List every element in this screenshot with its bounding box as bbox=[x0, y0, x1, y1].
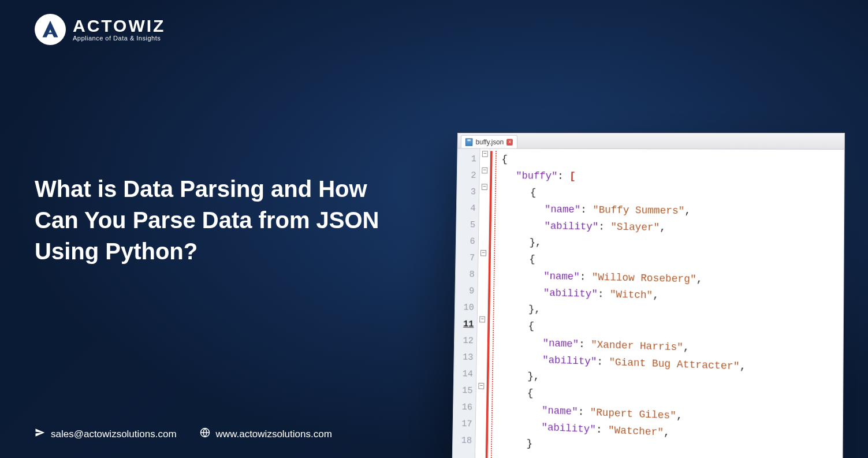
send-icon bbox=[35, 427, 45, 441]
page-title: What is Data Parsing and How Can You Par… bbox=[35, 173, 404, 267]
editor-body: 123456789101112131415161718 −−−−−− {"buf… bbox=[452, 148, 844, 458]
line-number: 8 bbox=[456, 266, 475, 283]
line-number: 1 bbox=[457, 151, 476, 167]
code-line: "buffy": [ bbox=[501, 167, 844, 187]
code-editor: buffy.json × 123456789101112131415161718… bbox=[452, 133, 845, 458]
tab-filename: buffy.json bbox=[476, 138, 504, 146]
fold-toggle-icon[interactable]: − bbox=[482, 151, 488, 157]
line-number: 17 bbox=[453, 415, 472, 433]
code-area: {"buffy": [{"name": "Buffy Summers","abi… bbox=[491, 149, 844, 458]
line-number: 10 bbox=[455, 299, 474, 316]
editor-tabbar: buffy.json × bbox=[457, 133, 844, 150]
close-icon[interactable]: × bbox=[506, 139, 513, 145]
line-number: 4 bbox=[457, 200, 476, 217]
line-number: 5 bbox=[456, 217, 475, 233]
line-number: 9 bbox=[455, 282, 474, 299]
disk-icon bbox=[465, 138, 473, 146]
footer-email-text: sales@actowizsolutions.com bbox=[51, 429, 177, 440]
fold-toggle-icon[interactable]: − bbox=[479, 316, 485, 323]
code-line: { bbox=[501, 151, 844, 169]
logo: ACTOWIZ Appliance of Data & Insights bbox=[35, 14, 165, 45]
footer-email: sales@actowizsolutions.com bbox=[35, 427, 177, 441]
logo-brand: ACTOWIZ bbox=[73, 17, 165, 35]
fold-toggle-icon[interactable]: − bbox=[482, 167, 487, 174]
footer-website: www.actowizsolutions.com bbox=[200, 427, 332, 441]
line-number: 6 bbox=[456, 233, 475, 250]
line-number: 16 bbox=[453, 399, 472, 416]
footer-links: sales@actowizsolutions.com www.actowizso… bbox=[35, 427, 332, 441]
line-number: 15 bbox=[453, 382, 472, 399]
line-number: 13 bbox=[454, 349, 473, 366]
globe-icon bbox=[200, 427, 210, 441]
logo-icon bbox=[35, 14, 66, 45]
line-number: 11 bbox=[455, 315, 474, 333]
line-number: 14 bbox=[454, 366, 473, 383]
logo-tagline: Appliance of Data & Insights bbox=[73, 35, 165, 42]
footer-website-text: www.actowizsolutions.com bbox=[216, 429, 332, 440]
line-number: 18 bbox=[453, 432, 472, 449]
fold-toggle-icon[interactable]: − bbox=[480, 250, 486, 256]
svg-rect-0 bbox=[47, 32, 54, 34]
fold-toggle-icon[interactable]: − bbox=[482, 184, 487, 190]
editor-tab[interactable]: buffy.json × bbox=[461, 135, 518, 148]
fold-toggle-icon[interactable]: − bbox=[478, 383, 484, 389]
line-number: 12 bbox=[455, 332, 474, 349]
line-number: 3 bbox=[457, 184, 476, 200]
line-number: 2 bbox=[457, 167, 476, 184]
line-number: 7 bbox=[456, 250, 475, 266]
